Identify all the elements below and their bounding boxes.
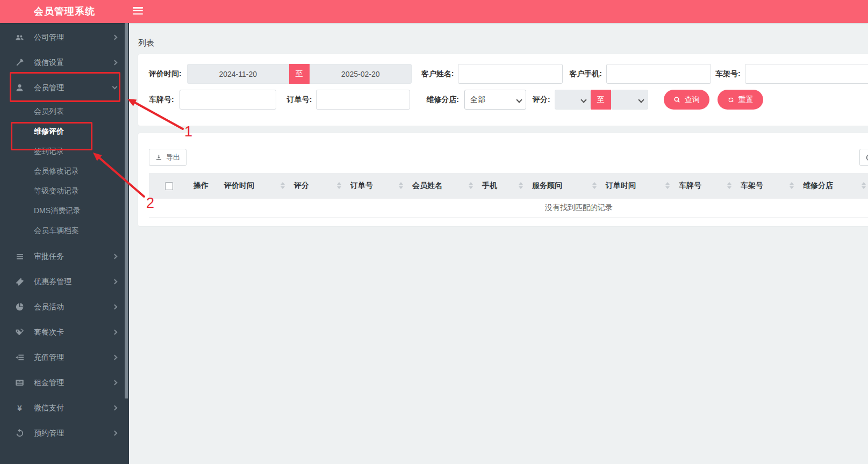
customer-name-label: 客户姓名: — [421, 69, 454, 79]
reset-button[interactable]: 重置 — [718, 90, 763, 110]
sidebar-item-reservation-mgmt[interactable]: 预约管理 — [0, 421, 129, 446]
col-repair-store[interactable]: 维修分店 — [799, 173, 868, 199]
sidebar-subitem-member-vehicle-files[interactable]: 会员车辆档案 — [0, 221, 129, 241]
col-member-name[interactable]: 会员姓名 — [408, 173, 478, 199]
order-no-input[interactable] — [316, 90, 410, 110]
sidebar-item-member-mgmt[interactable]: 会员管理 — [0, 75, 129, 100]
plate-input[interactable] — [180, 90, 276, 110]
sidebar-subitem-level-change-records[interactable]: 等级变动记录 — [0, 181, 129, 201]
sidebar-subitem-member-list[interactable]: 会员列表 — [0, 102, 129, 121]
pie-chart-icon — [15, 302, 25, 311]
hamburger-menu-icon[interactable] — [133, 7, 143, 16]
sidebar-item-recharge-mgmt[interactable]: 充值管理 — [0, 345, 129, 370]
sidebar-subitem-dms-consume-records[interactable]: DMS消费记录 — [0, 201, 129, 221]
col-eval-time[interactable]: 评价时间 — [220, 173, 290, 199]
col-order-no[interactable]: 订单号 — [346, 173, 408, 199]
score-from-select[interactable] — [555, 90, 591, 110]
col-vin[interactable]: 车架号 — [736, 173, 799, 199]
chevron-down-icon — [516, 97, 522, 103]
sidebar-scrollbar[interactable] — [125, 23, 128, 398]
download-icon — [155, 154, 162, 161]
score-to-chip: 至 — [591, 90, 611, 110]
col-plate-no[interactable]: 车牌号 — [675, 173, 736, 199]
filter-row-2: 车牌号: 订单号: 维修分店: 全部 评分: 至 查询 — [149, 90, 868, 110]
sidebar-item-company-mgmt[interactable]: 公司管理 — [0, 25, 129, 50]
sort-icon[interactable] — [469, 182, 473, 189]
store-select[interactable]: 全部 — [464, 90, 526, 110]
list-icon — [15, 252, 25, 261]
vin-input[interactable] — [745, 64, 868, 84]
score-to-select[interactable] — [611, 90, 648, 110]
export-button[interactable]: 导出 — [149, 149, 186, 166]
users-icon — [15, 33, 25, 42]
sidebar-subitem-checkin-records[interactable]: 签到记录 — [0, 141, 129, 161]
sort-icon[interactable] — [281, 182, 285, 189]
plate-label: 车牌号: — [149, 95, 174, 105]
col-order-time[interactable]: 订单时间 — [601, 173, 675, 199]
refresh-icon — [727, 96, 735, 104]
tags-icon — [15, 328, 25, 337]
sidebar-item-label: 公司管理 — [34, 33, 113, 42]
eval-time-label: 评价时间: — [149, 69, 182, 79]
sidebar-item-wechat-settings[interactable]: 微信设置 — [0, 50, 129, 75]
sidebar-nav: 公司管理 微信设置 会员管理 会员列表 维修评价 签到记录 会员修改记录 等级变… — [0, 23, 129, 464]
sidebar-item-member-activities[interactable]: 会员活动 — [0, 294, 129, 320]
chevron-right-icon — [112, 60, 118, 66]
document-icon — [15, 378, 25, 387]
chevron-right-icon — [112, 254, 118, 259]
col-actions: 操作 — [189, 173, 220, 199]
main-content: 列表 评价时间: 至 客户姓名: 客户手机: 车架号: 车牌号: 订单号: 维修… — [129, 23, 868, 464]
empty-state-text: 没有找到匹配的记录 — [149, 199, 868, 218]
chevron-right-icon — [112, 279, 118, 285]
table-refresh-button[interactable] — [859, 149, 868, 166]
sidebar-item-label: 会员活动 — [34, 302, 113, 312]
chevron-down-icon — [580, 97, 586, 103]
col-phone[interactable]: 手机 — [478, 173, 528, 199]
chevron-right-icon — [112, 305, 118, 310]
gavel-icon — [15, 58, 25, 67]
sidebar-subitem-repair-evaluation[interactable]: 维修评价 — [0, 121, 129, 141]
sidebar-item-coupon-mgmt[interactable]: 优惠券管理 — [0, 269, 129, 294]
sort-icon[interactable] — [399, 182, 403, 189]
date-range-to-chip: 至 — [289, 64, 310, 84]
sidebar-item-label: 租金管理 — [34, 378, 113, 388]
sidebar-item-wechat-pay[interactable]: ¥ 微信支付 — [0, 395, 129, 421]
top-header: 会员管理系统 — [0, 0, 868, 23]
sidebar-subitem-member-edit-records[interactable]: 会员修改记录 — [0, 161, 129, 181]
sidebar-item-package-cards[interactable]: 套餐次卡 — [0, 320, 129, 345]
results-table: 操作 评价时间 评分 订单号 会员姓名 手机 服务顾问 订单时间 车牌号 车架号… — [149, 173, 868, 218]
col-score[interactable]: 评分 — [290, 173, 346, 199]
select-all-checkbox[interactable] — [165, 182, 173, 190]
chevron-right-icon — [112, 35, 118, 40]
order-no-label: 订单号: — [287, 95, 312, 105]
search-icon — [673, 96, 681, 104]
store-select-value: 全部 — [470, 95, 485, 105]
table-panel: 导出 操作 评价时间 评分 订单号 会员姓名 手机 — [138, 133, 868, 227]
col-service-advisor[interactable]: 服务顾问 — [528, 173, 601, 199]
date-from-input[interactable] — [187, 64, 289, 84]
sidebar-item-label: 审批任务 — [34, 252, 113, 262]
chevron-down-icon — [112, 84, 118, 90]
search-button[interactable]: 查询 — [664, 90, 709, 110]
chevron-right-icon — [112, 355, 118, 360]
sort-icon[interactable] — [862, 182, 866, 189]
table-toolbar-right — [859, 149, 868, 166]
sort-icon[interactable] — [727, 182, 731, 189]
sort-icon[interactable] — [790, 182, 794, 189]
sidebar-item-label: 微信设置 — [34, 58, 113, 68]
customer-phone-input[interactable] — [606, 64, 711, 84]
sidebar-item-label: 套餐次卡 — [34, 328, 113, 337]
customer-name-input[interactable] — [458, 64, 563, 84]
sort-icon[interactable] — [519, 182, 523, 189]
sidebar-item-approval-tasks[interactable]: 审批任务 — [0, 244, 129, 269]
filter-row-1: 评价时间: 至 客户姓名: 客户手机: 车架号: — [149, 64, 868, 84]
sidebar-item-rent-mgmt[interactable]: 租金管理 — [0, 370, 129, 395]
user-icon — [15, 83, 25, 92]
sort-icon[interactable] — [592, 182, 597, 189]
date-to-input[interactable] — [310, 64, 412, 84]
app-title: 会员管理系统 — [0, 0, 129, 23]
chevron-down-icon — [638, 97, 644, 103]
sort-icon[interactable] — [337, 182, 341, 189]
chevron-right-icon — [112, 431, 118, 436]
sort-icon[interactable] — [665, 182, 670, 189]
